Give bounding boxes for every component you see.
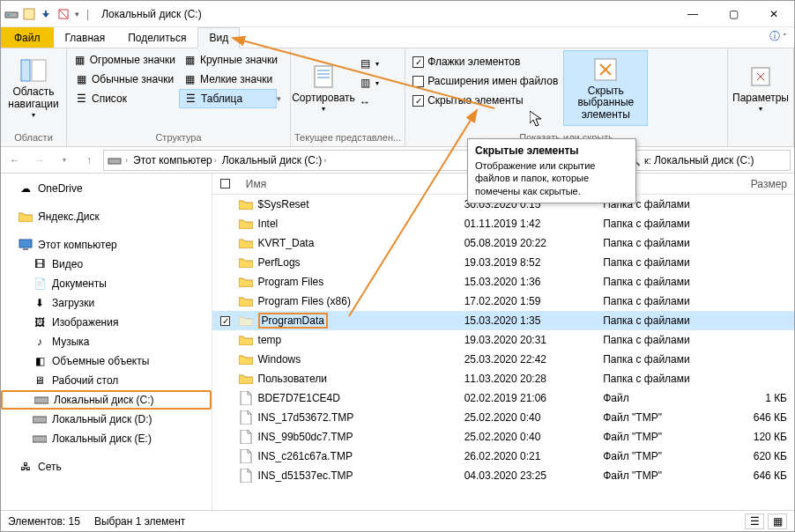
addcol-icon: ▥ bbox=[358, 76, 372, 90]
file-extensions-toggle[interactable]: Расширения имен файлов bbox=[409, 71, 561, 91]
layout-list[interactable]: ☰Список bbox=[71, 89, 179, 108]
file-name: Intel bbox=[258, 218, 279, 230]
sidebar-item-documents[interactable]: 📄Документы bbox=[1, 274, 212, 293]
thumbs-view-button[interactable]: ▦ bbox=[768, 514, 787, 529]
hide-selected-button[interactable]: Скрыть выбранные элементы bbox=[563, 50, 648, 126]
recent-dropdown[interactable]: ▾ bbox=[54, 150, 75, 171]
minimize-button[interactable]: — bbox=[672, 1, 713, 27]
hidden-items-toggle[interactable]: ✓Скрытые элементы bbox=[409, 91, 561, 110]
svg-rect-1 bbox=[7, 14, 10, 16]
file-name: Program Files bbox=[258, 276, 324, 288]
table-row[interactable]: INS_c261c67a.TMP26.02.2020 0:21Файл "TMP… bbox=[212, 447, 794, 466]
group-by-button[interactable]: ▤▾ bbox=[354, 54, 383, 73]
medium-icons-icon: ▦ bbox=[74, 72, 88, 86]
tab-view[interactable]: Вид bbox=[197, 27, 240, 48]
sidebar-item-drive-d[interactable]: Локальный диск (D:) bbox=[1, 410, 212, 429]
ribbon-group-showhide: ✓Флажки элементов Расширения имен файлов… bbox=[405, 48, 728, 146]
maximize-button[interactable]: ▢ bbox=[713, 1, 754, 27]
col-name[interactable]: Имя bbox=[239, 178, 464, 190]
item-checkboxes-toggle[interactable]: ✓Флажки элементов bbox=[409, 52, 561, 71]
file-date: 05.08.2019 20:22 bbox=[464, 237, 604, 249]
sidebar-item-onedrive[interactable]: ☁OneDrive bbox=[1, 179, 212, 198]
crumb-drive[interactable]: Локальный диск (C:) › bbox=[220, 154, 329, 166]
sidebar-item-network[interactable]: 🖧Сеть bbox=[1, 457, 212, 477]
qat-undo-icon[interactable] bbox=[40, 7, 54, 21]
nav-tree[interactable]: ☁OneDrive Яндекс.Диск Этот компьютер 🎞Ви… bbox=[1, 174, 212, 510]
table-row[interactable]: ✓ProgramData15.03.2020 1:35Папка с файла… bbox=[212, 311, 794, 330]
tab-file[interactable]: Файл bbox=[1, 27, 54, 48]
col-size[interactable]: Размер bbox=[724, 178, 794, 190]
close-button[interactable]: ✕ bbox=[754, 1, 794, 27]
file-list[interactable]: Имя Дата изменения Тип Размер $SysReset3… bbox=[212, 174, 794, 510]
nav-pane-button[interactable]: Область навигации ▾ bbox=[4, 50, 63, 126]
status-bar: Элементов: 15 Выбран 1 элемент ☰ ▦ bbox=[1, 510, 794, 531]
select-all-checkbox[interactable] bbox=[220, 179, 230, 188]
help-icon[interactable]: ⓘ ˄ bbox=[762, 26, 794, 48]
file-date: 19.03.2019 8:52 bbox=[464, 256, 604, 269]
table-row[interactable]: Windows25.03.2020 22:42Папка с файлами bbox=[212, 350, 794, 369]
sort-button[interactable]: Сортировать ▾ bbox=[294, 50, 353, 126]
checkbox-checked-icon: ✓ bbox=[412, 56, 424, 68]
sidebar-item-videos[interactable]: 🎞Видео bbox=[1, 255, 212, 274]
table-row[interactable]: INS_99b50dc7.TMP25.02.2020 0:40Файл "TMP… bbox=[212, 427, 794, 447]
sidebar-item-drive-c[interactable]: Локальный диск (C:) bbox=[1, 390, 212, 410]
row-checkbox-icon[interactable]: ✓ bbox=[220, 316, 230, 326]
tab-share[interactable]: Поделиться bbox=[116, 27, 197, 48]
table-row[interactable]: INS_17d53672.TMP25.02.2020 0:40Файл "TMP… bbox=[212, 408, 794, 427]
forward-button[interactable]: → bbox=[29, 150, 50, 171]
layout-details[interactable]: ☰Таблица bbox=[179, 89, 277, 108]
table-row[interactable]: KVRT_Data05.08.2019 20:22Папка с файлами bbox=[212, 233, 794, 253]
sidebar-item-drive-e[interactable]: Локальный диск (E:) bbox=[1, 429, 212, 448]
svg-rect-17 bbox=[33, 417, 47, 423]
table-row[interactable]: temp19.03.2020 20:31Папка с файлами bbox=[212, 330, 794, 350]
sidebar-item-yadisk[interactable]: Яндекс.Диск bbox=[1, 207, 212, 226]
size-columns-button[interactable]: ↔ bbox=[354, 92, 383, 112]
file-type: Папка с файлами bbox=[603, 334, 724, 346]
sidebar-item-3dobjects[interactable]: ◧Объемные объекты bbox=[1, 351, 212, 371]
layout-huge-icons[interactable]: ▦Огромные значки bbox=[71, 50, 179, 70]
layout-medium-icons[interactable]: ▦Обычные значки bbox=[71, 70, 179, 89]
tab-home[interactable]: Главная bbox=[54, 27, 117, 48]
sidebar-item-thispc[interactable]: Этот компьютер bbox=[1, 235, 212, 255]
table-row[interactable]: Intel01.11.2019 1:42Папка с файлами bbox=[212, 214, 794, 233]
table-row[interactable]: Program Files (x86)17.02.2020 1:59Папка … bbox=[212, 292, 794, 311]
drive-icon bbox=[33, 432, 47, 446]
drive-icon bbox=[108, 153, 122, 167]
layout-small-icons[interactable]: ▦Мелкие значки bbox=[179, 70, 287, 89]
details-view-button[interactable]: ☰ bbox=[745, 514, 764, 529]
cloud-icon: ☁ bbox=[19, 181, 33, 196]
file-date: 26.02.2020 0:21 bbox=[464, 450, 604, 462]
options-button[interactable]: Параметры ▾ bbox=[732, 50, 790, 126]
qat-redo-icon[interactable] bbox=[57, 7, 71, 21]
sidebar-item-music[interactable]: ♪Музыка bbox=[1, 332, 212, 351]
svg-rect-6 bbox=[32, 60, 46, 81]
file-type: Папка с файлами bbox=[603, 276, 724, 288]
qat-dropdown-icon[interactable]: ▾ bbox=[75, 10, 79, 18]
file-date: 15.03.2020 1:36 bbox=[464, 276, 604, 288]
sidebar-item-desktop[interactable]: 🖥Рабочий стол bbox=[1, 371, 212, 390]
table-row[interactable]: Пользователи11.03.2020 20:28Папка с файл… bbox=[212, 369, 794, 388]
svg-rect-18 bbox=[33, 436, 47, 442]
sidebar-item-downloads[interactable]: ⬇Загрузки bbox=[1, 293, 212, 313]
table-row[interactable]: INS_d51537ec.TMP04.03.2020 23:25Файл "TM… bbox=[212, 466, 794, 485]
drive-icon bbox=[34, 393, 48, 407]
crumb-thispc[interactable]: Этот компьютер › bbox=[131, 154, 219, 166]
svg-rect-2 bbox=[24, 9, 34, 19]
sidebar-item-pictures[interactable]: 🖼Изображения bbox=[1, 313, 212, 332]
table-row[interactable]: Program Files15.03.2020 1:36Папка с файл… bbox=[212, 272, 794, 292]
layout-large-icons[interactable]: ▦Крупные значки bbox=[179, 50, 287, 70]
table-row[interactable]: PerfLogs19.03.2019 8:52Папка с файлами bbox=[212, 253, 794, 272]
back-button[interactable]: ← bbox=[4, 150, 26, 171]
file-type: Файл "TMP" bbox=[603, 431, 724, 443]
table-row[interactable]: BDE7D7E1CE4D02.02.2019 21:06Файл1 КБ bbox=[212, 388, 794, 408]
search-input[interactable]: 🔍 к: Локальный диск (C:) bbox=[623, 150, 791, 171]
file-date: 04.03.2020 23:25 bbox=[464, 469, 604, 482]
file-name: BDE7D7E1CE4D bbox=[258, 392, 340, 404]
up-button[interactable]: ↑ bbox=[78, 150, 100, 171]
file-name: ProgramData bbox=[258, 313, 328, 329]
qat-save-icon[interactable] bbox=[22, 7, 36, 21]
group-label-layout: Структура bbox=[71, 130, 286, 144]
file-date: 25.02.2020 0:40 bbox=[464, 411, 604, 424]
folder-icon bbox=[239, 236, 253, 250]
add-columns-button[interactable]: ▥▾ bbox=[354, 73, 383, 92]
